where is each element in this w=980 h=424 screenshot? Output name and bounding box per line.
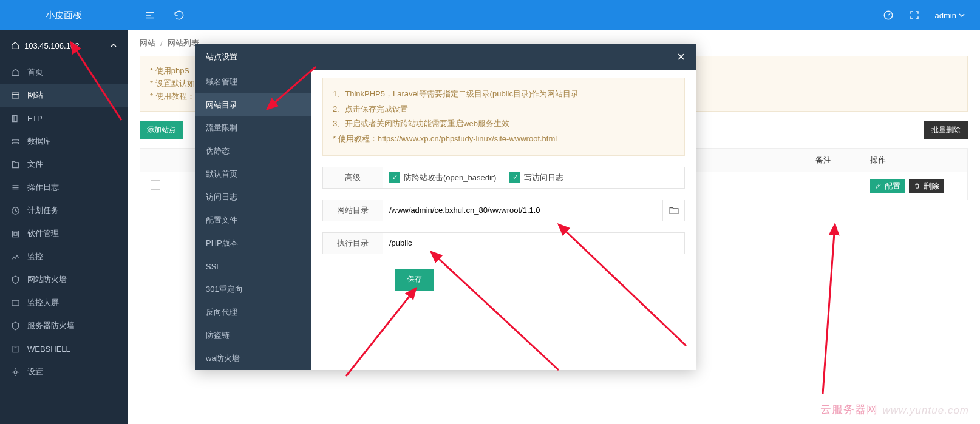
modal-nav-item-3[interactable]: 伪静态 [195, 140, 311, 163]
nav-label: 网站防火墙 [27, 274, 67, 285]
sidebar-item-0[interactable]: 首页 [0, 61, 128, 84]
nav-icon [11, 160, 20, 169]
access-log-label: 写访问日志 [524, 172, 563, 183]
nav-label: WEBSHELL [27, 345, 70, 354]
dashboard-icon[interactable] [883, 10, 894, 21]
site-dir-input[interactable] [389, 200, 656, 221]
sidebar-item-9[interactable]: 网站防火墙 [0, 268, 128, 291]
browse-folder-button[interactable] [663, 200, 685, 221]
nav-icon [11, 114, 20, 123]
modal-nav-item-2[interactable]: 流量限制 [195, 116, 311, 140]
modal-nav-item-11[interactable]: 防盗链 [195, 324, 311, 347]
nav-label: 软件管理 [27, 228, 59, 239]
add-site-button[interactable]: 添加站点 [140, 121, 183, 139]
delete-button[interactable]: 删除 [909, 179, 944, 193]
info-line: * 使用教程：https://www.xp.cn/phpstudy-linux/… [333, 132, 675, 147]
nav-icon [11, 68, 20, 77]
sidebar-item-11[interactable]: 服务器防火墙 [0, 314, 128, 337]
save-button[interactable]: 保存 [395, 269, 434, 291]
nav-icon [11, 206, 20, 215]
modal-nav-item-12[interactable]: wa防火墙 [195, 347, 311, 370]
nav-label: 服务器防火墙 [27, 320, 75, 331]
nav-icon [11, 275, 20, 284]
modal-nav: 域名管理网站目录流量限制伪静态默认首页访问日志配置文件PHP版本SSL301重定… [195, 70, 311, 370]
top-right: admin [883, 10, 980, 21]
sidebar-item-13[interactable]: 设置 [0, 360, 128, 383]
nav-icon [11, 252, 20, 261]
sidebar-item-3[interactable]: 数据库 [0, 130, 128, 153]
nav-label: 设置 [27, 366, 43, 377]
top-actions [128, 10, 185, 21]
admin-menu[interactable]: admin [935, 11, 965, 20]
site-settings-modal: 站点设置 × 域名管理网站目录流量限制伪静态默认首页访问日志配置文件PHP版本S… [195, 44, 696, 370]
nav-icon [11, 137, 20, 146]
nav-icon [11, 368, 20, 377]
modal-nav-item-9[interactable]: 301重定向 [195, 278, 311, 301]
watermark-url: www.yuntue.com [883, 405, 970, 417]
row-checkbox[interactable] [151, 180, 160, 190]
modal-title: 站点设置 [206, 52, 237, 62]
access-log-checkbox[interactable]: ✓写访问日志 [509, 172, 563, 183]
nav-icon [11, 183, 20, 192]
modal-nav-item-7[interactable]: PHP版本 [195, 232, 311, 255]
admin-label: admin [935, 11, 956, 20]
modal-nav-item-0[interactable]: 域名管理 [195, 70, 311, 93]
nav-label: FTP [27, 114, 43, 123]
watermark-text: 云服务器网 [820, 402, 878, 417]
home-icon [11, 41, 19, 50]
run-dir-row: 执行目录 [322, 232, 685, 254]
nav-icon [11, 345, 20, 354]
trash-icon [914, 183, 920, 189]
batch-delete-button[interactable]: 批量删除 [924, 121, 968, 139]
menu-toggle-icon[interactable] [145, 10, 155, 21]
nav-icon [11, 321, 20, 331]
delete-label: 删除 [924, 181, 939, 192]
sidebar-item-8[interactable]: 监控 [0, 245, 128, 268]
sidebar-item-1[interactable]: 网站 [0, 84, 128, 107]
topbar: 小皮面板 admin [0, 0, 980, 30]
select-all-checkbox[interactable] [151, 155, 160, 164]
modal-nav-item-10[interactable]: 反向代理 [195, 301, 311, 324]
close-icon[interactable]: × [677, 49, 685, 65]
nav-icon [11, 298, 20, 308]
advanced-label: 高级 [322, 167, 383, 189]
sidebar-item-7[interactable]: 软件管理 [0, 222, 128, 245]
sidebar-item-6[interactable]: 计划任务 [0, 199, 128, 222]
modal-nav-item-4[interactable]: 默认首页 [195, 163, 311, 186]
modal-nav-item-1[interactable]: 网站目录 [195, 93, 311, 116]
sidebar-item-12[interactable]: WEBSHELL [0, 337, 128, 360]
site-dir-label: 网站目录 [322, 200, 383, 221]
sidebar-item-5[interactable]: 操作日志 [0, 176, 128, 199]
sidebar-item-10[interactable]: 监控大屏 [0, 291, 128, 314]
nav-label: 首页 [27, 67, 43, 78]
fullscreen-icon[interactable] [909, 10, 920, 21]
nav-label: 网站 [27, 90, 43, 101]
nav-icon [11, 91, 20, 100]
advanced-row: 高级 ✓防跨站攻击(open_basedir) ✓写访问日志 [322, 167, 685, 189]
modal-nav-item-5[interactable]: 访问日志 [195, 186, 311, 209]
run-dir-input[interactable] [389, 233, 678, 254]
nav-icon [11, 229, 20, 238]
breadcrumb-current: 网站列表 [168, 38, 199, 49]
modal-nav-item-6[interactable]: 配置文件 [195, 209, 311, 232]
nav-label: 操作日志 [27, 182, 59, 193]
sidebar-item-4[interactable]: 文件 [0, 153, 128, 176]
folder-icon [669, 205, 679, 216]
nav-label: 数据库 [27, 136, 51, 147]
server-ip-label: 103.45.106.162 [24, 41, 79, 50]
pencil-icon [875, 183, 882, 189]
sidebar: 103.45.106.162 首页网站FTP数据库文件操作日志计划任务软件管理监… [0, 30, 128, 424]
open-basedir-checkbox[interactable]: ✓防跨站攻击(open_basedir) [389, 172, 496, 183]
sidebar-item-2[interactable]: FTP [0, 107, 128, 130]
nav-label: 监控大屏 [27, 297, 59, 308]
chevron-down-icon [959, 12, 965, 18]
refresh-icon[interactable] [174, 10, 185, 21]
modal-nav-item-8[interactable]: SSL [195, 255, 311, 278]
brand-title: 小皮面板 [0, 10, 128, 21]
breadcrumb-sep: / [160, 39, 163, 48]
server-ip-toggle[interactable]: 103.45.106.162 [0, 30, 128, 61]
config-label: 配置 [885, 181, 900, 192]
open-basedir-label: 防跨站攻击(open_basedir) [404, 172, 496, 183]
breadcrumb-root[interactable]: 网站 [140, 38, 155, 49]
config-button[interactable]: 配置 [870, 179, 905, 193]
